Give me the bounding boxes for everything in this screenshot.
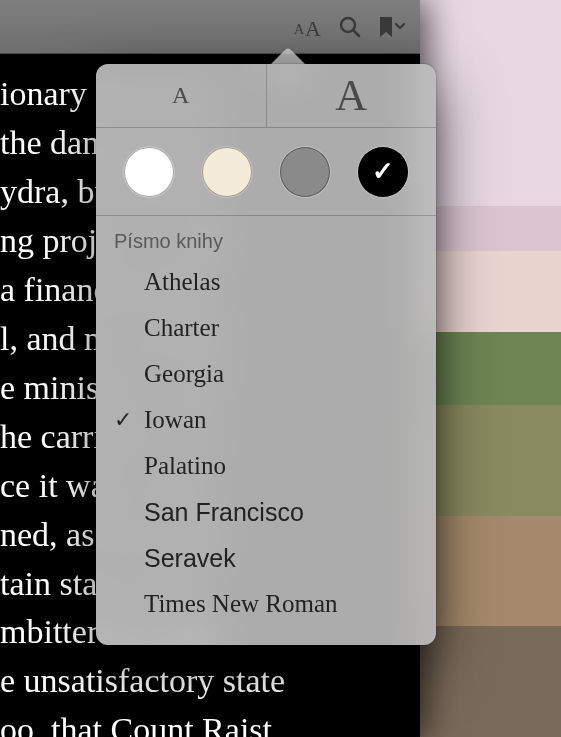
search-icon[interactable] <box>338 15 362 39</box>
theme-white-button[interactable] <box>124 147 174 197</box>
checkmark-icon: ✓ <box>372 156 394 187</box>
font-option[interactable]: Charter <box>96 305 436 351</box>
font-option-label: Georgia <box>144 360 418 388</box>
font-option[interactable]: Palatino <box>96 443 436 489</box>
increase-font-button[interactable]: A <box>266 64 437 127</box>
font-option-label: Palatino <box>144 452 418 480</box>
font-option[interactable]: ✓Iowan <box>96 397 436 443</box>
font-option-label: Athelas <box>144 268 418 296</box>
font-list: AthelasCharterGeorgia✓IowanPalatinoSan F… <box>96 259 436 627</box>
theme-sepia-button[interactable] <box>202 147 252 197</box>
svg-text:A: A <box>305 16 321 40</box>
font-option-label: Seravek <box>144 544 418 573</box>
font-option-label: Iowan <box>144 406 418 434</box>
font-section: Písmo knihy AthelasCharterGeorgia✓IowanP… <box>96 216 436 645</box>
font-option[interactable]: Times New Roman <box>96 581 436 627</box>
theme-black-button[interactable]: ✓ <box>358 147 408 197</box>
titlebar: A A <box>0 0 420 54</box>
appearance-popover: A A ✓ Písmo knihy AthelasCharterGeorgia✓… <box>96 64 436 645</box>
font-option-label: Times New Roman <box>144 590 418 618</box>
svg-text:A: A <box>294 22 305 37</box>
font-option[interactable]: San Francisco <box>96 489 436 535</box>
font-option[interactable]: Seravek <box>96 535 436 581</box>
font-section-header: Písmo knihy <box>96 230 436 259</box>
checkmark-icon: ✓ <box>114 407 144 433</box>
decrease-font-button[interactable]: A <box>96 64 266 127</box>
theme-gray-button[interactable] <box>280 147 330 197</box>
appearance-icon[interactable]: A A <box>288 14 324 40</box>
font-option-label: Charter <box>144 314 418 342</box>
font-option[interactable]: Georgia <box>96 351 436 397</box>
svg-line-3 <box>353 30 359 36</box>
font-option[interactable]: Athelas <box>96 259 436 305</box>
font-option-label: San Francisco <box>144 498 418 527</box>
font-size-row: A A <box>96 64 436 128</box>
theme-row: ✓ <box>96 128 436 216</box>
bookmark-icon[interactable] <box>376 15 406 39</box>
